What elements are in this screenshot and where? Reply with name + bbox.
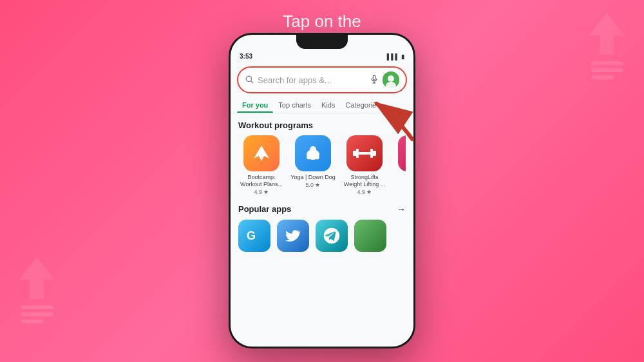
bg-arrow-left [19,257,55,323]
svg-rect-16 [356,149,359,158]
app-icon-yoga [295,135,331,171]
app-item-bootcamp[interactable]: Bootcamp: Workout Plans... 4.9 ★ [238,135,285,195]
battery-icon: ▮ [401,53,404,60]
svg-rect-17 [359,152,370,155]
svg-text:G: G [247,229,256,242]
app-icon-telegram[interactable] [316,220,348,252]
popular-section: Popular apps → G [231,199,413,252]
phone-screen: 3:53 ▌▌▌ ▮ Search for apps &... [231,35,413,347]
workout-section-title: Workout programs [238,120,313,130]
mic-icon[interactable] [370,75,379,86]
svg-rect-15 [353,151,356,156]
red-arrow-annotation [364,91,422,145]
phone-notch [296,35,348,49]
search-bar[interactable]: Search for apps &... [237,66,407,93]
tab-for-you[interactable]: For you [237,99,273,113]
app-item-yoga[interactable]: Yoga | Down Dog 5.0 ★ [290,135,336,195]
app-icon-partial[interactable] [354,220,386,252]
app-rating-bootcamp: 4.9 ★ [254,189,269,195]
status-time: 3:53 [240,53,252,60]
svg-point-12 [310,146,316,153]
svg-rect-4 [373,75,375,80]
svg-point-8 [388,75,394,82]
bg-arrow-right [589,13,625,79]
popular-section-header: Popular apps → [238,204,406,214]
popular-apps-row: G [238,220,406,252]
app-icon-bootcamp [243,135,279,171]
tab-top-charts[interactable]: Top charts [273,99,316,113]
svg-marker-10 [254,146,269,161]
search-placeholder: Search for apps &... [258,75,366,85]
status-bar: 3:53 ▌▌▌ ▮ [231,49,413,61]
search-icon [245,75,254,86]
svg-marker-0 [19,257,55,299]
app-name-bootcamp: Bootcamp: Workout Plans... [238,174,285,188]
svg-marker-1 [589,13,625,55]
svg-line-3 [251,81,253,82]
svg-rect-19 [373,151,376,156]
popular-section-arrow[interactable]: → [397,204,406,214]
header-line1: Tap on the [279,12,365,32]
status-icons: ▌▌▌ ▮ [387,53,404,60]
signal-icon: ▌▌▌ [387,53,399,60]
svg-rect-18 [370,149,373,158]
app-icon-twitter[interactable] [277,220,309,252]
phone-mockup: 3:53 ▌▌▌ ▮ Search for apps &... [229,33,415,348]
avatar[interactable] [383,71,399,88]
phone-body: 3:53 ▌▌▌ ▮ Search for apps &... [229,33,415,348]
app-name-yoga: Yoga | Down Dog [290,174,336,181]
app-icon-google-translate[interactable]: G [238,220,270,252]
svg-point-2 [246,76,251,81]
app-name-stronglifts: StrongLifts Weight Lifting ... [341,174,388,188]
popular-section-title: Popular apps [238,204,291,214]
tab-kids[interactable]: Kids [316,99,340,113]
app-rating-yoga: 5.0 ★ [305,182,320,188]
app-rating-stronglifts: 4.9 ★ [357,189,372,195]
